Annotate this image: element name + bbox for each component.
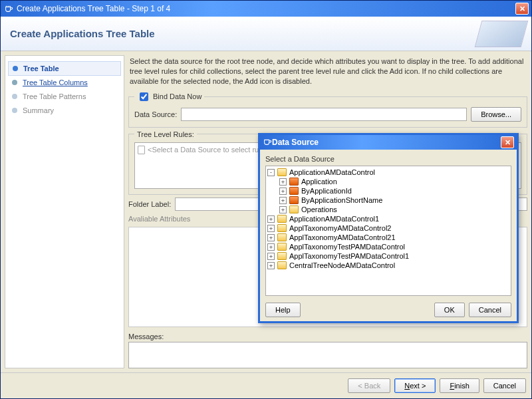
- tree-node-label: ApplTaxonomyTestPAMDataControl: [289, 243, 405, 251]
- browse-button[interactable]: Browse...: [471, 107, 521, 122]
- data-source-dialog: Data Source ✕ Select a Data Source -Appl…: [258, 133, 519, 323]
- step-label: Summary: [23, 106, 54, 114]
- tree-node[interactable]: +ApplTaxonomyTestPAMDataControl1: [267, 251, 509, 261]
- dialog-close-button[interactable]: ✕: [501, 136, 514, 148]
- tree-node[interactable]: +Application: [279, 177, 509, 186]
- wizard-banner: Create Applications Tree Table: [1, 17, 531, 51]
- folder-icon: [277, 261, 287, 269]
- folder-icon: [277, 243, 287, 251]
- dialog-subhead: Select a Data Source: [265, 155, 511, 163]
- expand-icon[interactable]: +: [267, 225, 275, 232]
- folder-icon: [277, 252, 287, 260]
- tree-rules-legend: Tree Level Rules:: [134, 130, 197, 138]
- tree-node[interactable]: +ApplTaxonomyAMDataControl21: [267, 233, 509, 242]
- window-close-button[interactable]: ✕: [515, 3, 529, 15]
- ok-button[interactable]: OK: [434, 303, 465, 317]
- tree-node[interactable]: +ByApplicationId: [279, 186, 509, 196]
- dialog-body: Select a Data Source -ApplicationAMDataC…: [260, 150, 517, 321]
- tree-node-label: CentralTreeNodeAMDataControl: [289, 261, 395, 269]
- tree-node[interactable]: +ApplicationAMDataControl1: [267, 214, 509, 223]
- messages-section: Messages:: [128, 331, 527, 368]
- cancel-button[interactable]: Cancel: [483, 378, 526, 393]
- wizard-footer: < Back Next > Finish Cancel: [1, 372, 531, 398]
- table-icon: [289, 196, 299, 204]
- table-icon: [289, 178, 299, 186]
- step-summary: Summary: [8, 104, 121, 118]
- folder-label-label: Folder Label:: [128, 199, 171, 209]
- dialog-app-icon: [263, 137, 272, 148]
- next-button[interactable]: Next >: [394, 378, 436, 393]
- wizard-steps: Tree Table Tree Table Columns Tree Table…: [5, 55, 124, 368]
- tree-node-label: ByApplicationId: [301, 187, 352, 195]
- tree-node-label: ApplicationAMDataControl1: [289, 215, 379, 223]
- folder-icon: [277, 224, 287, 232]
- tree-node-label: Operations: [301, 205, 337, 213]
- dialog-footer: Help OK Cancel: [265, 299, 511, 317]
- tree-node-label: ApplTaxonomyTestPAMDataControl1: [289, 252, 409, 260]
- tree-node-label: ApplTaxonomyAMDataControl21: [289, 233, 396, 241]
- tree-node[interactable]: -ApplicationAMDataControl: [267, 168, 509, 177]
- table-icon: [289, 187, 299, 195]
- step-tree-table[interactable]: Tree Table: [8, 61, 121, 76]
- step-tree-table-patterns: Tree Table Patterns: [8, 90, 121, 104]
- dialog-cancel-button[interactable]: Cancel: [469, 303, 511, 317]
- collapse-icon[interactable]: -: [267, 169, 275, 176]
- folder-icon: [277, 233, 287, 241]
- instructions-text: Select the data source for the root tree…: [128, 55, 527, 88]
- tree-node[interactable]: +Operations: [279, 205, 509, 214]
- help-button[interactable]: Help: [265, 303, 301, 317]
- messages-label: Messages:: [128, 331, 527, 342]
- step-label: Tree Table Columns: [23, 78, 88, 86]
- folder-icon: [277, 168, 287, 176]
- tree-node[interactable]: +ApplTaxonomyTestPAMDataControl: [267, 242, 509, 251]
- expand-icon[interactable]: +: [267, 234, 275, 241]
- banner-title: Create Applications Tree Table: [10, 28, 155, 39]
- next-button-label: Next >: [404, 382, 426, 390]
- step-tree-table-columns[interactable]: Tree Table Columns: [8, 76, 121, 90]
- bind-data-label: Bind Data Now: [153, 92, 201, 100]
- folder-icon: [289, 205, 299, 213]
- expand-icon[interactable]: +: [279, 197, 287, 204]
- dialog-titlebar: Data Source ✕: [260, 135, 517, 150]
- tree-node[interactable]: +CentralTreeNodeAMDataControl: [267, 261, 509, 270]
- tree-node-label: Application: [301, 178, 337, 186]
- expand-icon[interactable]: +: [267, 253, 275, 260]
- folder-icon: [277, 215, 287, 223]
- back-button: < Back: [348, 378, 390, 393]
- finish-button[interactable]: Finish: [440, 378, 479, 393]
- expand-icon[interactable]: +: [279, 178, 287, 186]
- window-title: Create Applications Tree Table - Step 1 …: [17, 4, 515, 13]
- tree-node-label: ApplicationAMDataControl: [289, 168, 375, 176]
- bind-data-checkbox[interactable]: [140, 92, 148, 101]
- banner-decoration: [475, 21, 529, 47]
- data-source-input[interactable]: [181, 108, 467, 121]
- step-label: Tree Table Patterns: [23, 92, 86, 100]
- expand-icon[interactable]: +: [279, 188, 287, 195]
- bind-data-group: Bind Data Now Data Source: Browse...: [128, 90, 527, 128]
- expand-icon[interactable]: +: [267, 262, 275, 269]
- tree-node[interactable]: +ByApplicationShortName: [279, 196, 509, 205]
- document-icon: [138, 146, 145, 154]
- data-source-tree[interactable]: -ApplicationAMDataControl+Application+By…: [265, 166, 511, 296]
- data-source-label: Data Source:: [134, 110, 177, 118]
- expand-icon[interactable]: +: [267, 243, 275, 251]
- messages-box[interactable]: [128, 342, 527, 368]
- app-icon: [3, 3, 14, 14]
- step-label: Tree Table: [23, 65, 59, 72]
- tree-node[interactable]: +ApplTaxonomyAMDataControl2: [267, 223, 509, 233]
- expand-icon[interactable]: +: [279, 206, 287, 213]
- dialog-title: Data Source: [272, 138, 501, 147]
- expand-icon[interactable]: +: [267, 215, 275, 223]
- tree-node-label: ApplTaxonomyAMDataControl2: [289, 224, 391, 232]
- titlebar: Create Applications Tree Table - Step 1 …: [1, 1, 531, 17]
- tree-node-label: ByApplicationShortName: [301, 196, 382, 204]
- bind-data-legend: Bind Data Now: [134, 90, 204, 103]
- tree-rules-placeholder: <Select a Data Source to select rules>: [148, 146, 273, 154]
